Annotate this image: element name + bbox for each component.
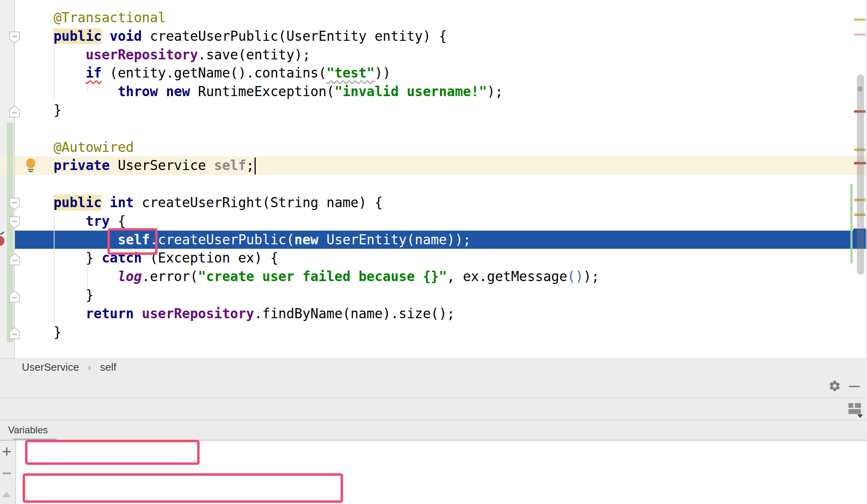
code-token: .createUserPublic( [150,232,295,248]
layout-settings-row [0,398,867,420]
chevron-right-icon: › [88,362,91,373]
code-token: ; [246,158,254,173]
code-token: )) [375,65,391,81]
this-annotation-box [25,440,200,465]
code-token: public [53,28,101,44]
code-token [21,195,53,210]
change-stripe [850,184,852,263]
code-token: int [110,195,134,210]
code-token: } [21,324,61,340]
code-token [21,139,53,155]
code-line: log.error("create user failed because {}… [21,267,600,286]
code-token: .save(entity); [198,47,310,63]
fold-expand-icon[interactable] [9,327,20,340]
breadcrumb-class[interactable]: UserService [22,361,79,374]
code-token: UserEntity(name)); [318,232,471,248]
code-token [21,84,118,99]
code-editor[interactable]: @Transactional public void createUserPub… [0,0,867,358]
code-token [134,306,142,321]
code-token: self [214,158,246,173]
intention-lightbulb-icon[interactable] [26,158,36,174]
code-token: (entity.getName().contains( [102,65,326,81]
code-token: @Autowired [53,139,134,155]
code-token: new [295,232,319,248]
code-token: RuntimeException( [190,84,335,99]
code-token: return [86,306,134,321]
add-watch-button[interactable]: + [2,443,11,460]
code-token [21,213,86,229]
code-token: } [21,102,61,118]
code-line: public void createUserPublic(UserEntity … [21,27,447,46]
code-token [21,232,118,248]
stripe-marker[interactable] [854,34,865,36]
code-token: ); [583,269,600,284]
code-token [21,47,86,63]
code-line: private UserService self; [21,156,254,175]
code-line: return userRepository.findByName(name).s… [21,304,455,323]
breadcrumb-member[interactable]: self [100,361,116,374]
code-line: @Autowired [21,138,134,157]
text-caret [255,158,256,174]
code-token [21,10,53,25]
code-token: ); [487,84,503,99]
code-token: throw [118,84,158,99]
code-token: "test" [326,65,375,81]
code-line: } [21,101,61,120]
ide-debug-screen: @Transactional public void createUserPub… [0,0,867,504]
breadcrumb: UserService › self [0,358,867,376]
code-line: } [21,286,94,304]
code-token: .error( [142,269,198,284]
fold-collapse-icon[interactable] [9,31,20,44]
fold-expand-icon[interactable] [9,105,20,118]
fold-expand-icon[interactable] [9,253,20,266]
hide-panel-icon[interactable] [849,386,860,387]
code-line: if (entity.getName().contains("test")) [21,64,391,82]
code-token: public [53,195,101,210]
code-token: private [53,158,109,173]
variables-tab-label[interactable]: Variables [8,424,48,436]
fold-collapse-icon[interactable] [9,216,20,229]
code-token: log [118,269,142,284]
code-token: "create user failed because {}" [198,269,447,284]
code-line: @Transactional [21,8,166,27]
remove-watch-button[interactable] [3,472,11,474]
variables-header: Variables [0,420,867,440]
debugger-toolbar-row [0,376,867,398]
code-token: } [21,250,102,266]
code-line: public int createUserRight(String name) … [21,193,383,212]
code-token: , ex.getMessage [447,269,567,284]
code-token: UserService [110,158,214,173]
code-line: } [21,323,61,342]
scroll-up-icon[interactable] [2,491,11,497]
code-token [21,28,53,44]
gear-icon[interactable] [828,380,841,393]
dropdown-arrow-icon [857,414,863,418]
editor-scrollbar[interactable] [857,74,864,275]
code-token [21,306,86,321]
code-token [21,269,118,284]
stripe-marker[interactable] [854,19,865,21]
code-token: new [166,84,190,99]
change-marker-bar [7,123,13,342]
code-token: () [567,269,583,284]
code-token: createUserPublic(UserEntity entity) { [142,28,447,44]
fold-expand-icon[interactable] [9,290,20,303]
self-annotation-box [107,228,158,255]
code-token: @Transactional [53,10,166,25]
code-token [158,84,166,99]
code-token: createUserRight(String name) { [134,195,383,210]
code-line: try { [21,212,126,231]
code-token: (Exception ex) { [142,250,278,266]
code-token: userRepository [86,47,198,63]
code-token [21,65,86,81]
fold-collapse-icon[interactable] [9,197,20,210]
editor-right-border [866,0,867,358]
code-line: userRepository.save(entity); [21,46,310,64]
code-token [102,28,110,44]
code-token: void [110,28,142,44]
code-token: if [86,65,102,81]
code-token: "invalid username!" [335,84,487,99]
code-token: } [21,287,94,303]
restore-layout-icon[interactable] [848,402,865,418]
code-token: .findByName(name).size(); [254,306,455,321]
